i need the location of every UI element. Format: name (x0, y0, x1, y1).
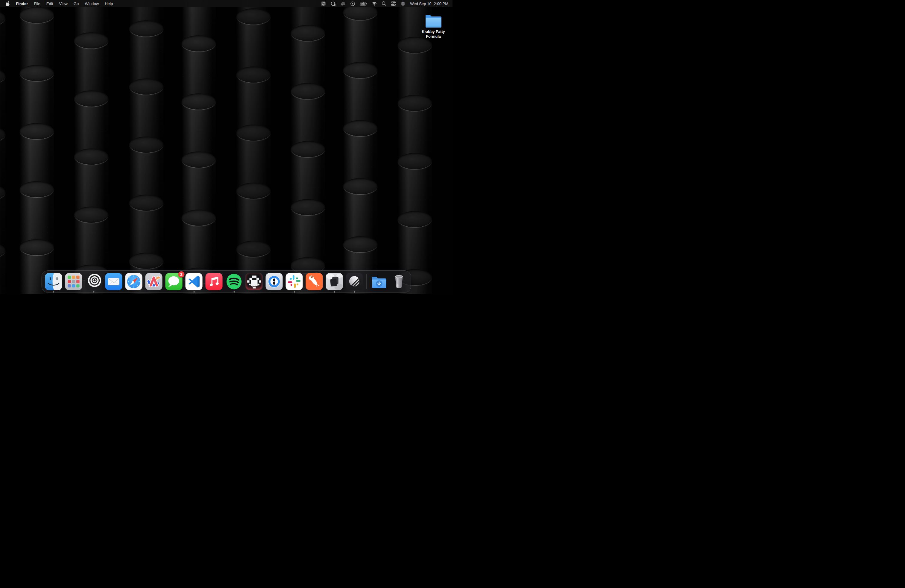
wallpaper-cylinder-top (74, 91, 108, 106)
menu-item-edit[interactable]: Edit (43, 2, 56, 6)
wallpaper-cylinder-top (129, 78, 164, 95)
wallpaper-cylinder-segment (398, 45, 432, 103)
apple-logo (6, 1, 10, 6)
wallpaper-cylinder-top (129, 137, 164, 153)
marble-panels-app-icon[interactable] (325, 273, 343, 291)
wallpaper-cylinder-segment (343, 128, 377, 186)
menu-item-window[interactable]: Window (82, 2, 102, 6)
wallpaper-cylinder-top (20, 181, 54, 197)
sphere-app-menu-icon[interactable] (400, 1, 405, 6)
wallpaper-cylinder-segment (237, 191, 270, 249)
striped-app-menu-icon[interactable] (340, 1, 346, 6)
wallpaper-cylinder-segment (237, 133, 270, 191)
wallpaper-column (0, 0, 5, 294)
wallpaper-cylinder-top (398, 95, 432, 111)
trash-empty-icon[interactable] (390, 273, 408, 291)
wallpaper-column (237, 0, 270, 294)
wallpaper-cylinder-top (291, 25, 325, 41)
wallpaper-cylinder-segment (182, 102, 216, 160)
menu-bar-status-area: Wed Sep 10 2:00 PM (321, 1, 452, 6)
menu-item-go[interactable]: Go (71, 2, 82, 6)
wallpaper-cylinder-segment (74, 40, 108, 99)
menu-bar-left: Finder File Edit View Go Window Help (0, 1, 116, 6)
password-lock-menu-icon[interactable] (330, 1, 336, 6)
wallpaper-cylinder-top (237, 183, 270, 199)
desktop-folder-krabby-patty-formula[interactable]: Krabby Patty Formula (415, 14, 451, 39)
wallpaper-cylinder-top (129, 253, 164, 269)
wifi-icon[interactable] (372, 1, 377, 6)
wallpaper-cylinder-segment (74, 157, 108, 215)
raycast-tile: raycast (246, 273, 262, 290)
wallpaper-cylinder-segment (398, 161, 432, 219)
raycast-glitch-glyph (246, 275, 262, 290)
wallpaper-cylinder-segment (74, 99, 108, 157)
wallpaper-cylinder-segment (0, 192, 5, 250)
wallpaper-cylinder-segment (237, 16, 270, 75)
wallpaper-cylinder-top (20, 65, 54, 81)
arc-browser-icon[interactable] (145, 273, 163, 291)
wallpaper-cylinder-segment (0, 134, 5, 192)
wallpaper-cylinder-segment (74, 215, 108, 273)
messages-icon[interactable]: 2 (165, 273, 183, 291)
1password-icon[interactable] (265, 273, 283, 291)
wallpaper-cylinder-top (20, 123, 54, 139)
running-indicator (233, 291, 235, 292)
wallpaper-cylinder-segment (343, 12, 377, 70)
wallpaper-cylinder-segment (343, 70, 377, 128)
menu-item-help[interactable]: Help (102, 2, 116, 6)
now-playing-menu-icon[interactable] (350, 1, 355, 6)
wallpaper-cylinder-segment (129, 29, 164, 86)
postman-icon[interactable] (306, 273, 323, 291)
menu-item-app[interactable]: Finder (13, 2, 31, 6)
wallpaper-cylinder-top (398, 211, 432, 227)
running-indicator (53, 291, 54, 292)
wallpaper-cylinder-top (182, 210, 216, 226)
downloads-folder-icon[interactable] (370, 273, 388, 291)
finder-icon[interactable] (45, 273, 62, 291)
apple-menu-icon[interactable] (3, 1, 13, 6)
menu-item-view[interactable]: View (56, 2, 71, 6)
folder-label: Krabby Patty Formula (417, 29, 450, 39)
menu-item-file[interactable]: File (31, 2, 43, 6)
battery-charging-icon[interactable] (360, 1, 367, 6)
striped-sphere-app-icon[interactable] (346, 273, 363, 291)
slack-icon[interactable] (286, 273, 303, 291)
safari-icon[interactable] (125, 273, 143, 291)
wallpaper-cylinder-segment (182, 43, 216, 102)
wallpaper-cylinder-top (237, 67, 270, 83)
spotify-icon[interactable] (225, 273, 243, 291)
raycast-icon[interactable]: raycast (245, 273, 263, 291)
wallpaper-cylinder-top (398, 153, 432, 169)
wallpaper-cylinder-segment (129, 86, 164, 145)
sunburst-app-menu-icon[interactable] (321, 1, 326, 6)
concentric-rings-app-icon[interactable] (85, 273, 103, 291)
wallpaper-cylinder-segment (398, 219, 432, 277)
wallpaper-cylinder-top (182, 151, 216, 168)
notification-badge: 2 (178, 271, 185, 278)
wallpaper-cylinder-top (237, 241, 270, 257)
menu-bar-clock[interactable]: Wed Sep 10 2:00 PM (410, 2, 448, 6)
wallpaper-cylinder-segment (343, 186, 377, 244)
wallpaper-cylinder-top (237, 8, 270, 25)
wallpaper-cylinder-top (343, 120, 377, 136)
wallpaper-cylinder-top (182, 94, 216, 110)
wallpaper-column (182, 0, 216, 294)
wallpaper-column (398, 0, 432, 294)
wallpaper-cylinder-top (398, 37, 432, 53)
clock-time: 2:00 PM (434, 2, 448, 6)
dock: 2 (41, 270, 411, 293)
apple-music-icon[interactable] (205, 273, 223, 291)
control-center-icon[interactable] (391, 1, 396, 6)
wallpaper-cylinder-top (129, 21, 164, 37)
wallpaper-cylinder-segment (20, 73, 54, 131)
wallpaper-cylinder-segment (182, 160, 216, 218)
wallpaper-cylinder-top (237, 124, 270, 141)
wallpaper-cylinder-top (74, 32, 108, 49)
spotlight-search-icon[interactable] (381, 1, 386, 6)
running-indicator (354, 291, 355, 292)
mail-icon[interactable] (105, 273, 123, 291)
wallpaper-cylinder-segment (237, 75, 270, 133)
vscode-icon[interactable] (185, 273, 203, 291)
launchpad-icon[interactable] (65, 273, 83, 291)
wallpaper-cylinder-top (343, 236, 377, 253)
